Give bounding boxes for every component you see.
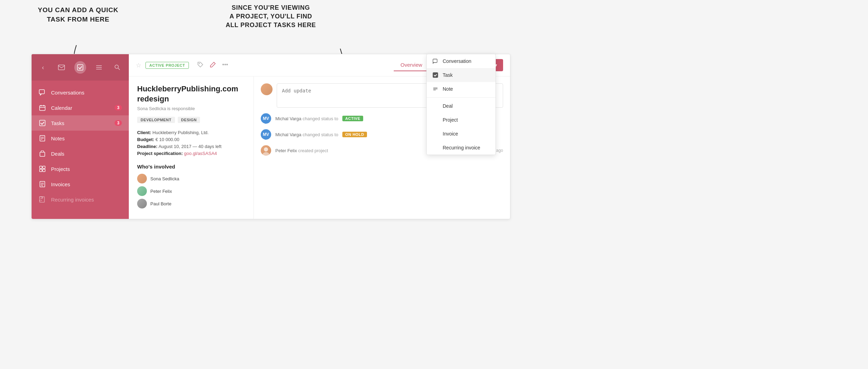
project-subtitle: Sona Sedlicka is responsible	[137, 106, 245, 111]
top-bar-icons: •••	[196, 60, 229, 71]
svg-rect-21	[43, 169, 45, 172]
meta-spec: Project specification: goo.gl/asSASA4	[137, 151, 245, 156]
list-icon[interactable]	[93, 61, 105, 74]
svg-point-5	[115, 65, 118, 68]
tasks-badge: 3	[115, 120, 122, 126]
sidebar-nav: Conversations Calendar 3	[32, 81, 129, 211]
svg-rect-19	[43, 166, 45, 169]
meta-deadline: Deadline: August 10, 2017 — 40 days left	[137, 144, 245, 149]
dropdown-item-deal[interactable]: Deal	[427, 99, 495, 113]
dropdown-project-label: Project	[443, 117, 458, 123]
svg-rect-30	[433, 59, 437, 63]
dropdown-note-label: Note	[443, 86, 453, 92]
tag-design: DESIGN	[178, 117, 200, 123]
activity-avatar-1: MV	[261, 129, 271, 140]
svg-rect-1	[77, 65, 83, 70]
recurring-invoices-label: Recurring invoices	[51, 197, 94, 203]
calendar-icon	[39, 104, 46, 112]
activity-badge-active: ACTIVE	[342, 116, 363, 121]
tag-development: DEVELOPMENT	[137, 117, 175, 123]
project-tags: DEVELOPMENT DESIGN	[137, 117, 245, 123]
dropdown-invoice-icon	[432, 131, 439, 137]
project-title: HuckleberryPublishing.com redesign	[137, 84, 245, 104]
search-icon[interactable]	[111, 61, 123, 74]
svg-rect-8	[40, 106, 45, 110]
task-check-icon[interactable]	[74, 61, 86, 74]
sidebar-item-projects[interactable]: Projects	[32, 161, 129, 177]
calendar-badge: 3	[115, 105, 122, 110]
recurring-invoices-icon	[39, 196, 46, 203]
activity-avatar-2	[261, 145, 271, 156]
sidebar-item-notes[interactable]: Notes	[32, 131, 129, 146]
dropdown-item-project[interactable]: Project	[427, 113, 495, 127]
sidebar-item-invoices[interactable]: Invoices	[32, 177, 129, 192]
dropdown-note-icon	[432, 86, 439, 92]
tasks-label: Tasks	[51, 120, 64, 126]
dropdown-item-task[interactable]: Task	[427, 68, 495, 82]
svg-point-29	[262, 152, 269, 156]
sidebar-item-conversations[interactable]: Conversations	[32, 85, 129, 100]
dropdown-recurring-label: Recurring invoice	[443, 145, 480, 150]
avatar-sona	[137, 174, 147, 183]
person-sona: Sona Sedlicka	[137, 174, 245, 183]
svg-rect-7	[39, 90, 44, 94]
avatar-paul	[137, 199, 147, 208]
sidebar-item-calendar[interactable]: Calendar 3	[32, 100, 129, 115]
person-peter: Peter Felix	[137, 186, 245, 196]
activity-text-0: Michal Varga changed status to	[275, 116, 338, 121]
dropdown-item-note[interactable]: Note	[427, 82, 495, 96]
svg-rect-0	[58, 65, 65, 70]
tag-icon[interactable]	[196, 60, 205, 71]
more-icon[interactable]: •••	[221, 60, 229, 71]
person-paul: Paul Borte	[137, 199, 245, 208]
dropdown-conversation-label: Conversation	[443, 58, 471, 64]
deals-label: Deals	[51, 151, 64, 157]
tab-overview[interactable]: Overview	[394, 59, 429, 71]
sidebar-header: ‹	[32, 54, 129, 81]
svg-rect-17	[40, 152, 45, 156]
calendar-label: Calendar	[51, 105, 72, 111]
dropdown-divider	[427, 97, 495, 98]
dropdown-deal-icon	[432, 103, 439, 109]
svg-rect-31	[433, 73, 438, 77]
dropdown-deal-label: Deal	[443, 103, 453, 109]
avatar-peter	[137, 186, 147, 196]
dropdown-item-recurring-invoice[interactable]: Recurring invoice	[427, 141, 495, 155]
projects-icon	[39, 165, 46, 173]
svg-line-6	[118, 68, 120, 70]
person-paul-name: Paul Borte	[150, 201, 172, 206]
svg-rect-18	[40, 166, 42, 169]
svg-rect-20	[40, 169, 42, 172]
deals-icon	[39, 150, 46, 157]
notes-icon	[39, 134, 46, 142]
notes-label: Notes	[51, 136, 65, 141]
sidebar-item-deals[interactable]: Deals	[32, 146, 129, 161]
dropdown-task-icon	[432, 72, 439, 78]
dropdown-item-conversation[interactable]: Conversation	[427, 54, 495, 68]
activity-text-1: Michal Varga changed status to	[275, 132, 338, 137]
dropdown-recurring-icon	[432, 145, 439, 151]
sidebar-item-recurring-invoices[interactable]: Recurring invoices	[32, 192, 129, 207]
sidebar-item-tasks[interactable]: Tasks 3	[32, 115, 129, 131]
project-meta: Client: Huckleberry Publishing, Ltd. Bud…	[137, 130, 245, 156]
projects-label: Projects	[51, 166, 70, 172]
dropdown-menu: Conversation Task Note Deal Project Inv	[426, 54, 496, 155]
back-icon[interactable]: ‹	[37, 61, 49, 74]
status-badge: ACTIVE PROJECT	[145, 62, 189, 69]
person-sona-name: Sona Sedlicka	[150, 176, 179, 181]
meta-budget: Budget: € 10 000.00	[137, 137, 245, 142]
dropdown-item-invoice[interactable]: Invoice	[427, 127, 495, 141]
conversations-label: Conversations	[51, 90, 84, 96]
tasks-icon	[39, 119, 46, 127]
star-button[interactable]: ☆	[136, 62, 141, 69]
dropdown-conversation-icon	[432, 58, 439, 64]
mail-icon[interactable]	[56, 61, 68, 74]
annotation-top-left: You can add a quick task from here	[31, 6, 125, 24]
meta-client: Client: Huckleberry Publishing, Ltd.	[137, 130, 245, 135]
dropdown-invoice-label: Invoice	[443, 131, 458, 137]
sidebar: ‹	[32, 54, 129, 219]
who-involved-title: Who's involved	[137, 164, 245, 170]
edit-icon[interactable]	[208, 60, 217, 71]
conversations-icon	[39, 89, 46, 96]
svg-point-28	[264, 147, 268, 151]
